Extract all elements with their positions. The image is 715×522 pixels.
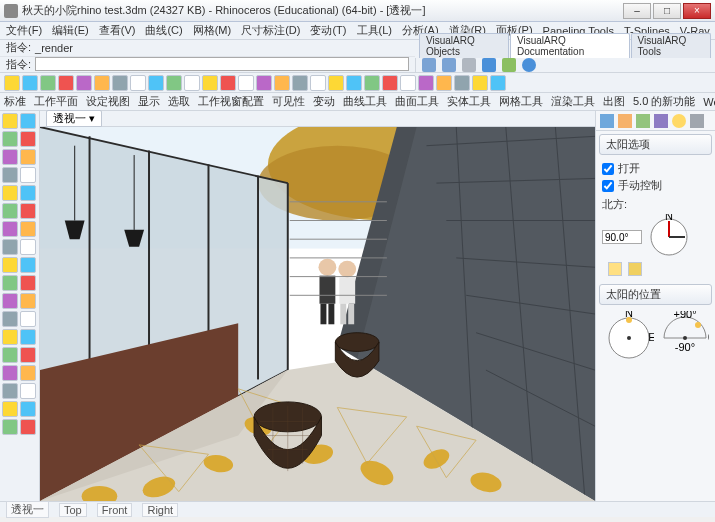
command-input[interactable] [35,57,409,71]
toolbar-button[interactable] [382,75,398,91]
toolbar-button[interactable] [76,75,92,91]
left-tool-button[interactable] [20,221,36,237]
sun-manual-checkbox[interactable]: 手动控制 [602,178,709,193]
status-view-tab[interactable]: 透视一 [6,501,49,518]
folder-icon[interactable] [628,262,642,276]
tool-group[interactable]: 可见性 [272,94,305,109]
menu-item[interactable]: 曲线(C) [145,23,182,38]
right-tab[interactable]: VisualARQ Objects [419,33,509,58]
tool-group[interactable]: 网格工具 [499,94,543,109]
toolbar-button[interactable] [472,75,488,91]
toolbar-button[interactable] [238,75,254,91]
left-tool-button[interactable] [2,131,18,147]
toolbar-button[interactable] [400,75,416,91]
tool-group[interactable]: 实体工具 [447,94,491,109]
sun-icon[interactable] [672,114,686,128]
toolbar-button[interactable] [490,75,506,91]
toolbar-icon[interactable] [442,58,456,72]
left-tool-button[interactable] [20,239,36,255]
left-tool-button[interactable] [2,329,18,345]
panel-icon[interactable] [600,114,614,128]
home-icon[interactable] [482,58,496,72]
menu-item[interactable]: 网格(M) [193,23,232,38]
tool-group[interactable]: 显示 [138,94,160,109]
toolbar-button[interactable] [58,75,74,91]
status-view-tab[interactable]: Front [97,503,133,517]
maximize-button[interactable]: □ [653,3,681,19]
left-tool-button[interactable] [2,275,18,291]
toolbar-button[interactable] [292,75,308,91]
status-view-tab[interactable]: Top [59,503,87,517]
toolbar-button[interactable] [40,75,56,91]
left-tool-button[interactable] [2,311,18,327]
altitude-dial[interactable]: +90° -90° 0° [658,311,710,365]
toolbar-button[interactable] [256,75,272,91]
toolbar-button[interactable] [220,75,236,91]
panel-icon[interactable] [654,114,668,128]
left-tool-button[interactable] [20,311,36,327]
left-tool-button[interactable] [20,113,36,129]
tool-group[interactable]: 工作视窗配置 [198,94,264,109]
toolbar-icon[interactable] [462,58,476,72]
toolbar-button[interactable] [202,75,218,91]
left-tool-button[interactable] [20,329,36,345]
north-input[interactable] [602,230,642,244]
viewport[interactable] [40,127,595,501]
left-tool-button[interactable] [2,239,18,255]
right-tab[interactable]: VisualARQ Tools [631,33,711,58]
toolbar-button[interactable] [436,75,452,91]
left-tool-button[interactable] [2,257,18,273]
tool-group[interactable]: 渲染工具 [551,94,595,109]
north-compass[interactable]: N [646,214,692,260]
left-tool-button[interactable] [2,149,18,165]
left-tool-button[interactable] [2,347,18,363]
toolbar-button[interactable] [346,75,362,91]
left-tool-button[interactable] [2,401,18,417]
left-tool-button[interactable] [20,131,36,147]
tool-group[interactable]: 标准 [4,94,26,109]
left-tool-button[interactable] [20,185,36,201]
save-icon[interactable] [608,262,622,276]
menu-item[interactable]: 工具(L) [357,23,392,38]
toolbar-button[interactable] [94,75,110,91]
toolbar-button[interactable] [364,75,380,91]
left-tool-button[interactable] [2,419,18,435]
left-tool-button[interactable] [20,401,36,417]
menu-item[interactable]: 文件(F) [6,23,42,38]
menu-item[interactable]: 查看(V) [99,23,136,38]
tool-group[interactable]: 5.0 的新功能 [633,94,695,109]
left-tool-button[interactable] [2,185,18,201]
left-tool-button[interactable] [20,293,36,309]
azimuth-dial[interactable]: N E [602,311,654,365]
toolbar-button[interactable] [454,75,470,91]
left-tool-button[interactable] [20,419,36,435]
toolbar-button[interactable] [112,75,128,91]
tool-group[interactable]: WeaverBird [703,96,715,108]
left-tool-button[interactable] [2,365,18,381]
sun-on-checkbox[interactable]: 打开 [602,161,709,176]
tool-group[interactable]: 曲线工具 [343,94,387,109]
tool-group[interactable]: 设定视图 [86,94,130,109]
menu-item[interactable]: 变动(T) [310,23,346,38]
left-tool-button[interactable] [20,149,36,165]
left-tool-button[interactable] [20,383,36,399]
tool-group[interactable]: 工作平面 [34,94,78,109]
panel-icon[interactable] [636,114,650,128]
toolbar-button[interactable] [130,75,146,91]
help-icon[interactable] [522,58,536,72]
status-view-tab[interactable]: Right [142,503,178,517]
left-tool-button[interactable] [2,293,18,309]
toolbar-button[interactable] [4,75,20,91]
right-tab[interactable]: VisualARQ Documentation [510,33,630,58]
toolbar-button[interactable] [310,75,326,91]
close-button[interactable]: × [683,3,711,19]
tool-group[interactable]: 变动 [313,94,335,109]
left-tool-button[interactable] [20,257,36,273]
tool-group[interactable]: 出图 [603,94,625,109]
toolbar-button[interactable] [418,75,434,91]
left-tool-button[interactable] [20,347,36,363]
toolbar-button[interactable] [274,75,290,91]
menu-item[interactable]: 编辑(E) [52,23,89,38]
toolbar-button[interactable] [166,75,182,91]
toolbar-button[interactable] [184,75,200,91]
